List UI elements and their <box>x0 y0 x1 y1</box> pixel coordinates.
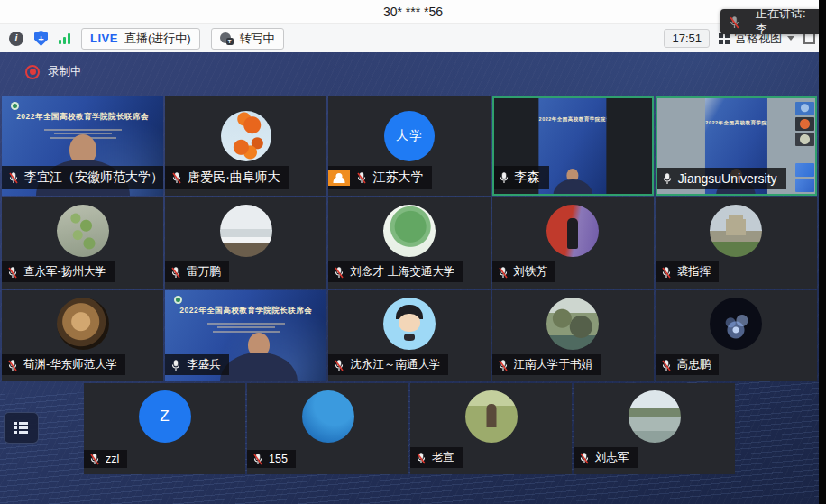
record-dot-icon <box>25 65 40 79</box>
video-stage: 录制中 2022年全国高校教育学院院长联席会 李宜江（安徽师范大学） <box>0 52 819 504</box>
participant-nameplate: 李森 <box>492 166 549 189</box>
participant-tile[interactable]: 荀渊-华东师范大学 <box>2 290 163 381</box>
participant-name: 查永军-扬州大学 <box>23 264 106 279</box>
conference-banner-text: 2022年全国高校教育学院院长联席会 <box>165 306 326 316</box>
participant-nameplate: 老宣 <box>410 447 463 468</box>
university-logo-icon <box>11 102 19 110</box>
participant-tile[interactable]: 2022年全国高校教育学院院长联席会 JiangsuUniversity <box>656 96 817 196</box>
participant-tile[interactable]: 沈永江～南通大学 <box>328 290 490 381</box>
participant-tile[interactable]: 查永军-扬州大学 <box>2 197 163 289</box>
participant-name: JiangsuUniversity <box>678 171 777 186</box>
conference-banner-text: 2022年全国高校教育学院院长联席会 <box>705 120 766 126</box>
participant-name: 李盛兵 <box>187 357 221 372</box>
participant-tile[interactable]: 大学 江苏大学 <box>328 96 490 196</box>
mic-icon <box>334 266 344 279</box>
avatar <box>57 298 109 350</box>
avatar <box>465 390 518 443</box>
list-icon <box>14 421 29 435</box>
mic-icon <box>661 359 672 371</box>
participant-nameplate: 高忠鹏 <box>656 354 720 375</box>
participant-name: 刘志军 <box>595 450 629 465</box>
avatar <box>710 298 762 350</box>
participant-tile[interactable]: 刘铁芳 <box>492 197 654 289</box>
mic-icon <box>8 171 19 184</box>
mic-icon <box>498 359 509 371</box>
participant-name: 沈永江～南通大学 <box>350 357 440 372</box>
conference-banner-text: 2022年全国高校教育学院院长联席会 <box>2 112 163 123</box>
participant-name: 刘念才 上海交通大学 <box>350 264 454 279</box>
participant-nameplate: 李盛兵 <box>165 354 229 375</box>
avatar <box>383 298 436 350</box>
window-titlebar: 30* *** *56 <box>0 0 826 23</box>
participant-name: 李宜江（安徽师范大学） <box>24 170 163 186</box>
mic-icon <box>7 266 18 279</box>
toast-divider <box>748 15 748 29</box>
participant-tile[interactable]: 2022年全国高校教育学院院长联席会 李森 <box>492 96 654 196</box>
participant-tile[interactable]: 唐爱民·曲阜师大 <box>165 96 326 196</box>
participant-nameplate: 李宜江（安徽师范大学） <box>2 166 163 189</box>
participant-video-person <box>220 333 298 381</box>
participant-tile[interactable]: 江南大学于书娟 <box>492 290 654 381</box>
avatar <box>629 390 681 443</box>
guest-badge-icon <box>328 170 350 186</box>
avatar <box>710 205 762 257</box>
participant-nameplate: 155 <box>247 450 296 468</box>
participant-tile[interactable]: 刘志军 <box>574 383 735 474</box>
meeting-toolbar: i + LIVE 直播(进行中) T 转写中 17:51 宫格视图 <box>0 23 826 53</box>
participant-name: 江南大学于书娟 <box>514 357 593 372</box>
participant-nameplate: 刘念才 上海交通大学 <box>328 261 463 282</box>
conference-banner-text: 2022年全国高校教育学院院长联席会 <box>539 116 607 123</box>
participant-name: 155 <box>269 453 288 465</box>
avatar: 大学 <box>384 111 435 161</box>
mic-icon <box>170 359 181 371</box>
mic-icon <box>356 171 367 184</box>
avatar <box>220 205 272 257</box>
network-signal-icon[interactable] <box>59 33 70 44</box>
mic-icon <box>7 359 18 371</box>
participant-tile[interactable]: 2022年全国高校教育学院院长联席会 李盛兵 <box>165 290 326 381</box>
participant-nameplate: 唐爱民·曲阜师大 <box>165 166 289 189</box>
mic-icon <box>170 266 181 279</box>
participant-tile[interactable]: 老宣 <box>410 383 572 474</box>
avatar <box>383 205 436 257</box>
participant-tile[interactable]: 刘念才 上海交通大学 <box>328 197 490 289</box>
participant-name: 唐爱民·曲阜师大 <box>188 170 280 186</box>
chevron-down-icon <box>787 36 794 41</box>
participant-tile[interactable]: Z zzl <box>84 383 245 474</box>
participant-tile[interactable]: 裘指挥 <box>656 197 817 289</box>
meeting-info-icon[interactable]: i <box>9 32 23 46</box>
meeting-window: 30* *** *56 i + LIVE 直播(进行中) T 转写中 17:51… <box>0 0 826 504</box>
mic-icon <box>171 171 182 184</box>
avatar <box>57 205 109 257</box>
participant-name: 老宣 <box>432 450 454 465</box>
university-logo-icon <box>174 296 182 304</box>
participant-nameplate: 雷万鹏 <box>165 261 229 282</box>
mic-icon <box>334 359 344 371</box>
participant-tile[interactable]: 155 <box>247 383 408 474</box>
transcription-status-label: 转写中 <box>240 31 275 47</box>
live-status-label: 直播(进行中) <box>124 31 191 47</box>
participant-nameplate: 刘志军 <box>574 447 638 468</box>
mic-icon <box>661 266 672 279</box>
avatar <box>546 205 599 257</box>
live-badge: LIVE <box>90 32 118 45</box>
avatar <box>221 111 271 161</box>
participant-tile[interactable]: 高忠鹏 <box>656 290 817 381</box>
meeting-clock: 17:51 <box>664 29 710 48</box>
participant-list-toggle[interactable] <box>4 412 39 444</box>
avatar <box>302 390 354 443</box>
participant-video-person <box>553 169 592 196</box>
live-streaming-button[interactable]: LIVE 直播(进行中) <box>81 28 200 50</box>
mic-icon <box>499 171 509 184</box>
avatar: Z <box>139 390 191 443</box>
participant-name: 雷万鹏 <box>187 264 221 279</box>
security-shield-icon[interactable]: + <box>34 31 48 46</box>
participant-tile[interactable]: 雷万鹏 <box>165 197 326 289</box>
participant-nameplate: 江南大学于书娟 <box>492 354 601 375</box>
speaking-label: 正在讲话: 李 <box>756 9 819 34</box>
participant-nameplate: 沈永江～南通大学 <box>328 354 448 375</box>
grid-view-icon <box>719 33 730 44</box>
transcription-button[interactable]: T 转写中 <box>211 28 284 50</box>
shared-screen-thumbnails <box>795 102 814 194</box>
participant-tile[interactable]: 2022年全国高校教育学院院长联席会 李宜江（安徽师范大学） <box>2 96 163 196</box>
